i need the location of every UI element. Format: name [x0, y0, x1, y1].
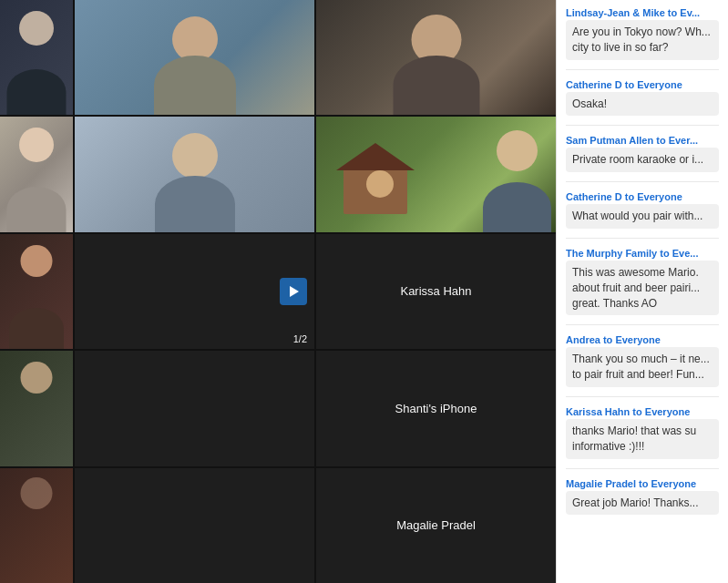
video-cell-r1c2 — [316, 117, 556, 231]
video-cell-r2c0 — [0, 234, 73, 349]
chat-text-7: thanks Mario! that was su informative :)… — [566, 419, 719, 459]
chat-divider-4 — [566, 238, 719, 239]
video-cell-r2c2: Karissa Hahn — [316, 234, 556, 349]
chat-message-6: Andrea to Everyone Thank you so much – i… — [566, 334, 719, 387]
chat-sender-8: Magalie Pradel to Everyone — [566, 478, 719, 489]
video-cell-r0c0 — [0, 0, 73, 115]
chat-divider-1 — [566, 69, 719, 70]
video-cell-r0c1 — [75, 0, 314, 115]
participant-name-maria: Shanti's iPhone — [395, 402, 477, 415]
video-cell-r3c0 — [0, 351, 73, 465]
chat-messages[interactable]: Lindsay-Jean & Mike to Ev... Are you in … — [557, 0, 728, 583]
chat-panel: Lindsay-Jean & Mike to Ev... Are you in … — [556, 0, 728, 583]
chat-message-3: Sam Putman Allen to Ever... Private room… — [566, 135, 719, 172]
video-grid: 1/2 Karissa Hahn Shanti's iPhone Magalie… — [0, 0, 556, 583]
chat-text-8: Great job Mario! Thanks... — [566, 491, 719, 516]
chat-sender-3: Sam Putman Allen to Ever... — [566, 135, 719, 146]
chat-sender-2: Catherine D to Everyone — [566, 79, 719, 90]
chat-text-1: Are you in Tokyo now? Wh... city to live… — [566, 20, 719, 60]
video-cell-r4c2: Magalie Pradel — [316, 468, 556, 583]
chat-text-3: Private room karaoke or i... — [566, 148, 719, 172]
video-cell-r1c1 — [75, 117, 314, 231]
chat-message-8: Magalie Pradel to Everyone Great job Mar… — [566, 478, 719, 516]
chat-divider-6 — [566, 396, 719, 397]
participant-name-ketleen: Karissa Hahn — [400, 284, 471, 298]
chat-message-1: Lindsay-Jean & Mike to Ev... Are you in … — [566, 7, 719, 60]
chat-message-7: Karissa Hahn to Everyone thanks Mario! t… — [566, 406, 719, 459]
next-page-button[interactable] — [280, 278, 307, 305]
chat-sender-6: Andrea to Everyone — [566, 334, 719, 345]
chat-text-4: What would you pair with... — [566, 204, 719, 229]
video-cell-r3c1 — [75, 351, 314, 465]
chat-text-2: Osaka! — [566, 92, 719, 117]
video-cell-r4c0 — [0, 468, 73, 583]
chat-divider-3 — [566, 181, 719, 182]
participant-name-ivy: Magalie Pradel — [396, 518, 476, 532]
video-cell-r1c0 — [0, 117, 73, 231]
chat-sender-4: Catherine D to Everyone — [566, 191, 719, 202]
chat-text-5: This was awesome Mario. about fruit and … — [566, 261, 719, 315]
video-cell-r2c1: 1/2 — [75, 234, 314, 349]
video-cell-r4c1 — [75, 468, 314, 583]
chat-divider-7 — [566, 468, 719, 469]
chat-divider-5 — [566, 324, 719, 325]
chat-text-6: Thank you so much – it ne... to pair fru… — [566, 347, 719, 387]
chat-message-4: Catherine D to Everyone What would you p… — [566, 191, 719, 229]
chat-sender-7: Karissa Hahn to Everyone — [566, 406, 719, 417]
video-cell-r0c2 — [316, 0, 556, 115]
chat-message-2: Catherine D to Everyone Osaka! — [566, 79, 719, 117]
chat-message-5: The Murphy Family to Eve... This was awe… — [566, 248, 719, 315]
video-cell-r3c2: Shanti's iPhone — [316, 351, 556, 465]
chat-sender-1: Lindsay-Jean & Mike to Ev... — [566, 7, 719, 18]
chat-divider-2 — [566, 125, 719, 126]
chat-sender-5: The Murphy Family to Eve... — [566, 248, 719, 259]
page-indicator: 1/2 — [293, 333, 307, 344]
